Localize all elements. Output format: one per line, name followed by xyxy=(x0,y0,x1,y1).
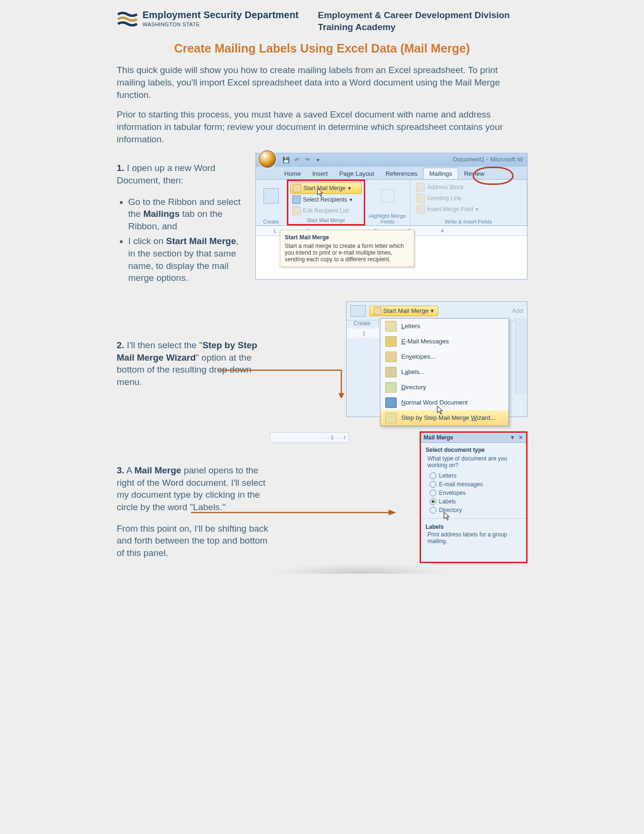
dropdown-icon: ▾ xyxy=(431,307,434,314)
logo-block: Employment Security Department WASHINGTO… xyxy=(117,10,299,27)
undo-icon[interactable]: ↶ xyxy=(293,156,301,164)
directory-icon xyxy=(385,382,397,393)
ruler: · · · 5 · · · I xyxy=(270,432,349,443)
address-block-icon xyxy=(416,183,425,192)
highlight-merge-fields-label: Highlight Merge Fields xyxy=(369,212,406,225)
labels-description: Print address labels for a group mailing… xyxy=(421,531,526,550)
intro-paragraph-1: This quick guide will show you how to cr… xyxy=(117,64,528,101)
scrollbar[interactable] xyxy=(515,318,527,395)
section-question: What type of document are you working on… xyxy=(421,455,526,471)
address-block-partial[interactable]: Add xyxy=(512,307,523,314)
dropdown-icon[interactable]: ▼ xyxy=(510,434,516,441)
menu-item-letters[interactable]: Letters xyxy=(380,319,508,334)
intro-paragraph-2: Prior to starting this process, you must… xyxy=(117,108,528,145)
start-mail-merge-button[interactable]: Start Mail Merge ▾ xyxy=(370,306,438,316)
group-create-label: Create xyxy=(347,318,379,329)
menu-item-labels[interactable]: Labels... xyxy=(380,364,508,380)
address-block-button[interactable]: Address Block xyxy=(414,182,523,192)
merge-field-icon xyxy=(416,205,425,214)
tab-mailings[interactable]: Mailings xyxy=(423,168,458,179)
group-write-insert-label: Write & Insert Fields xyxy=(414,218,523,225)
radio-letters[interactable]: Letters xyxy=(430,471,517,480)
group-create-label: Create xyxy=(260,218,283,225)
step-2-row: 2. I'll then select the "Step by Step Ma… xyxy=(117,301,528,417)
window-title: Document1 - Microsoft W xyxy=(453,156,523,163)
tab-page-layout[interactable]: Page Layout xyxy=(334,168,380,179)
insert-merge-field-button[interactable]: Insert Merge Field ▾ xyxy=(414,204,523,214)
step-3-row: 3. A Mail Merge panel opens to the right… xyxy=(117,431,528,574)
dropdown-icon: ▾ xyxy=(475,206,478,213)
dropdown-icon: ▾ xyxy=(348,185,351,192)
office-button-icon[interactable] xyxy=(259,150,276,168)
radio-labels[interactable]: Labels xyxy=(430,497,517,506)
select-recipients-button[interactable]: Select Recipients ▾ xyxy=(290,194,362,205)
menu-item-directory[interactable]: Directory xyxy=(380,380,508,395)
step-1-row: 1. I open up a new Word Document, then: … xyxy=(117,153,528,287)
greeting-line-icon xyxy=(416,194,425,203)
word-doc-icon xyxy=(385,397,397,408)
envelopes-icon[interactable] xyxy=(264,188,279,203)
step-1-text: 1. I open up a new Word Document, then: … xyxy=(117,153,246,287)
logo-icon xyxy=(117,11,138,27)
qat-more-icon[interactable]: ▾ xyxy=(314,156,322,164)
step-1-screenshot: 💾 ↶ ↷ ▾ Document1 - Microsoft W Home Ins… xyxy=(255,153,528,279)
letter-icon xyxy=(385,321,397,331)
menu-item-email[interactable]: E-Mail Messages xyxy=(380,334,508,349)
step-1-bullet-2: I click on Start Mail Merge, in the sect… xyxy=(128,235,246,284)
envelope-icon xyxy=(385,352,397,362)
envelopes-icon[interactable] xyxy=(350,305,366,317)
radio-envelopes[interactable]: Envelopes xyxy=(430,489,517,497)
greeting-line-button[interactable]: Greeting Line xyxy=(414,193,523,203)
tab-review[interactable]: Review xyxy=(458,168,490,179)
menu-item-wizard[interactable]: Step by Step Mail Merge Wizard... xyxy=(380,410,508,426)
highlight-fields-icon[interactable] xyxy=(381,189,394,203)
step-3-text: 3. A Mail Merge panel opens to the right… xyxy=(117,455,270,568)
page-header: Employment Security Department WASHINGTO… xyxy=(117,10,528,33)
redo-icon[interactable]: ↷ xyxy=(304,156,311,164)
state-name: WASHINGTON STATE xyxy=(143,21,299,27)
group-start-mail-merge-label: Start Mail Merge xyxy=(290,216,362,223)
labels-icon xyxy=(385,367,397,377)
page-title: Create Mailing Labels Using Excel Data (… xyxy=(117,42,528,55)
step-1-bullet-1: Go to the Ribbon and select the Mailings… xyxy=(128,196,246,233)
tooltip: Start Mail Merge Start a mail merge to c… xyxy=(280,230,414,267)
edit-list-icon xyxy=(292,206,301,215)
annotation-red-box: Start Mail Merge ▾ Select Recipients ▾ E… xyxy=(287,180,365,225)
logo-text: Employment Security Department WASHINGTO… xyxy=(143,10,299,27)
tab-insert[interactable]: Insert xyxy=(306,168,334,179)
email-icon xyxy=(385,336,397,347)
document-icon xyxy=(293,184,301,192)
menu-item-normal-doc[interactable]: Normal Word Document xyxy=(380,395,508,410)
division-title: Employment & Career Development Division… xyxy=(318,10,510,33)
task-pane-header: Mail Merge ▼✕ xyxy=(421,433,526,443)
start-mail-merge-menu: Letters E-Mail Messages Envelopes... Lab… xyxy=(380,318,509,426)
dept-name: Employment Security Department xyxy=(143,10,299,21)
edit-recipient-list-button[interactable]: Edit Recipient List xyxy=(290,205,362,216)
radio-email[interactable]: E-mail messages xyxy=(430,480,517,489)
section-title: Select document type xyxy=(421,443,526,455)
torn-edge xyxy=(270,563,451,574)
tab-home[interactable]: Home xyxy=(279,168,307,179)
step-2-text: 2. I'll then select the "Step by Step Ma… xyxy=(117,330,270,397)
menu-item-envelopes[interactable]: Envelopes... xyxy=(380,349,508,364)
dropdown-icon: ▾ xyxy=(349,196,352,203)
save-icon[interactable]: 💾 xyxy=(283,156,290,164)
radio-directory[interactable]: Directory xyxy=(430,506,517,514)
start-mail-merge-button[interactable]: Start Mail Merge ▾ xyxy=(290,182,362,194)
people-icon xyxy=(292,195,301,204)
quick-access-toolbar[interactable]: 💾 ↶ ↷ ▾ xyxy=(279,156,326,164)
document-icon xyxy=(374,307,381,315)
labels-heading: Labels xyxy=(421,518,526,531)
wizard-icon xyxy=(385,413,397,423)
tab-references[interactable]: References xyxy=(380,168,423,179)
close-icon[interactable]: ✕ xyxy=(518,434,523,441)
